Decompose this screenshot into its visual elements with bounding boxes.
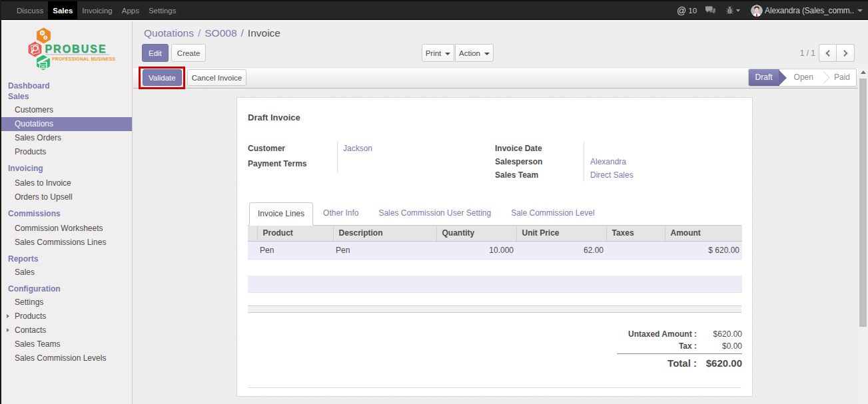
edit-button[interactable]: Edit — [142, 44, 169, 62]
user-caret-icon — [857, 9, 863, 12]
sales-team-value[interactable]: Direct Sales — [584, 168, 634, 182]
cell-product: Pen — [257, 241, 333, 259]
sidebar-item-orders-to-upsell[interactable]: Orders to Upsell — [1, 190, 132, 204]
salesperson-label: Salesperson — [495, 155, 584, 168]
cancel-invoice-button[interactable]: Cancel Invoice — [187, 69, 246, 86]
statusbar-buttons: Validate Cancel Invoice — [143, 69, 246, 86]
sidebar-section-invoicing[interactable]: Invoicing — [1, 163, 132, 174]
customer-label: Customer — [248, 142, 338, 157]
menu-settings[interactable]: Settings — [144, 1, 181, 19]
sidebar-item-config-contacts[interactable]: Contacts — [1, 323, 132, 337]
action-dropdown[interactable]: Action — [455, 44, 494, 62]
sidebar-item-settings[interactable]: Settings — [1, 296, 132, 309]
taxes-column-header: Taxes — [606, 226, 665, 241]
chevron-left-icon — [825, 50, 832, 57]
vertical-scrollbar[interactable] — [858, 67, 868, 404]
tax-value: $0.00 — [697, 340, 742, 352]
empty-row — [248, 276, 742, 292]
tab-invoice-lines[interactable]: Invoice Lines — [249, 202, 313, 226]
control-panel-dropdowns: Print Action — [422, 44, 494, 62]
sidebar-item-config-products[interactable]: Products — [1, 309, 132, 323]
form-view-area: Draft Invoice Customer Jackson Payment T… — [133, 89, 858, 404]
tab-sales-commission-user-setting[interactable]: Sales Commission User Setting — [368, 202, 501, 225]
pager-previous-button[interactable] — [819, 44, 837, 62]
invoice-date-label: Invoice Date — [495, 142, 584, 155]
validate-button[interactable]: Validate — [143, 69, 182, 86]
expand-arrow-icon — [7, 314, 9, 318]
payment-terms-value[interactable] — [338, 157, 343, 172]
systray: @ 10 — [677, 1, 863, 19]
invoice-lines-table: Product Description Quantity Unit Price … — [248, 226, 742, 293]
sidebar-item-sales-orders[interactable]: Sales Orders — [1, 131, 132, 145]
sidebar-section-commissions[interactable]: Commissions — [1, 208, 132, 219]
sidebar-item-sales-to-invoice[interactable]: Sales to Invoice — [1, 176, 132, 190]
debug-menu[interactable] — [726, 6, 740, 15]
pager-next-button[interactable] — [837, 44, 855, 62]
expand-arrow-icon — [7, 328, 9, 332]
scrollbar-thumb[interactable] — [859, 79, 867, 327]
menu-sales[interactable]: Sales — [48, 1, 77, 19]
messages-button[interactable] — [705, 6, 715, 15]
print-dropdown[interactable]: Print — [422, 44, 454, 62]
tab-other-info[interactable]: Other Info — [313, 202, 368, 225]
pager-counter: 1 / 1 — [800, 49, 815, 58]
menu-invoicing[interactable]: Invoicing — [77, 1, 117, 19]
handle-column-header — [248, 226, 257, 241]
logo-title-svg: PROBUSE — [45, 43, 107, 55]
field-groups: Customer Jackson Payment Terms Invoice D… — [248, 142, 741, 203]
sidebar-item-products[interactable]: Products — [1, 145, 132, 159]
sidebar-item-sales-teams[interactable]: Sales Teams — [1, 337, 132, 351]
bug-icon — [726, 6, 733, 15]
company-logo[interactable]: PROBUSE PROBUSE PROFESSIONAL BUSINESS — [1, 21, 132, 81]
sidebar-section-reports[interactable]: Reports — [1, 254, 132, 264]
main-content: Quotations/SO008/Invoice Edit Create Pri… — [133, 21, 868, 404]
sidebar-section-sales[interactable]: Sales — [1, 91, 132, 102]
empty-row — [248, 259, 742, 276]
statusbar-states: Draft Open Paid — [748, 69, 857, 87]
cell-description: Pen — [333, 241, 436, 259]
sidebar-section-dashboard[interactable]: Dashboard — [1, 81, 132, 91]
debug-caret-icon — [736, 9, 740, 12]
scroll-up-arrow-icon[interactable] — [858, 67, 868, 78]
sidebar-item-sales-commission-levels[interactable]: Sales Commission Levels — [1, 351, 132, 365]
activity-at-icon: @ — [677, 5, 686, 16]
sheet-divider — [248, 387, 741, 388]
sidebar-item-quotations[interactable]: Quotations — [1, 117, 132, 131]
sidebar-item-customers[interactable]: Customers — [1, 103, 132, 117]
tab-sale-commission-level[interactable]: Sale Commission Level — [501, 202, 604, 225]
untaxed-amount-label: Untaxed Amount : — [617, 328, 697, 340]
sidebar-item-sales-commissions-lines[interactable]: Sales Commissions Lines — [1, 236, 132, 250]
sidebar-item-commission-worksheets[interactable]: Commission Worksheets — [1, 222, 132, 236]
amount-column-header: Amount — [665, 226, 742, 241]
breadcrumb-quotations[interactable]: Quotations — [144, 27, 194, 39]
sidebar-section-configuration[interactable]: Configuration — [1, 284, 132, 294]
avatar-image — [751, 5, 763, 17]
state-arrow — [779, 70, 787, 86]
invoice-line-row[interactable]: Pen Pen 10.000 62.00 $ 620.00 — [248, 241, 742, 259]
user-menu[interactable]: Alexandra (Sales_comm.. — [751, 5, 863, 17]
quantity-column-header: Quantity — [436, 226, 516, 241]
sidebar-item-reports-sales[interactable]: Sales — [1, 266, 132, 280]
untaxed-amount-value: $620.00 — [697, 328, 742, 340]
menu-apps[interactable]: Apps — [117, 1, 144, 19]
customer-value[interactable]: Jackson — [338, 142, 372, 157]
total-label: Total : — [617, 357, 697, 370]
salesperson-value[interactable]: Alexandra — [584, 155, 626, 168]
state-paid[interactable]: Paid — [823, 69, 856, 86]
invoice-date-value[interactable] — [584, 142, 590, 155]
notebook-tabs: Invoice Lines Other Info Sales Commissio… — [248, 203, 741, 226]
user-name: Alexandra (Sales_comm.. — [765, 6, 854, 15]
window-left-edge — [0, 0, 1, 404]
invoice-sheet: Draft Invoice Customer Jackson Payment T… — [236, 97, 753, 397]
create-button[interactable]: Create — [171, 44, 207, 62]
sidebar: PROBUSE PROBUSE PROFESSIONAL BUSINESS Da… — [1, 21, 133, 404]
menu-discuss[interactable]: Discuss — [12, 1, 48, 19]
separator-band — [248, 305, 741, 313]
chevron-right-icon — [841, 50, 848, 57]
cell-amount: $ 620.00 — [665, 241, 742, 259]
activities-button[interactable]: @ 10 — [677, 5, 697, 16]
state-draft[interactable]: Draft — [749, 69, 779, 86]
breadcrumb-so008[interactable]: SO008 — [205, 27, 236, 39]
cell-taxes — [606, 241, 665, 259]
product-column-header: Product — [257, 226, 333, 241]
